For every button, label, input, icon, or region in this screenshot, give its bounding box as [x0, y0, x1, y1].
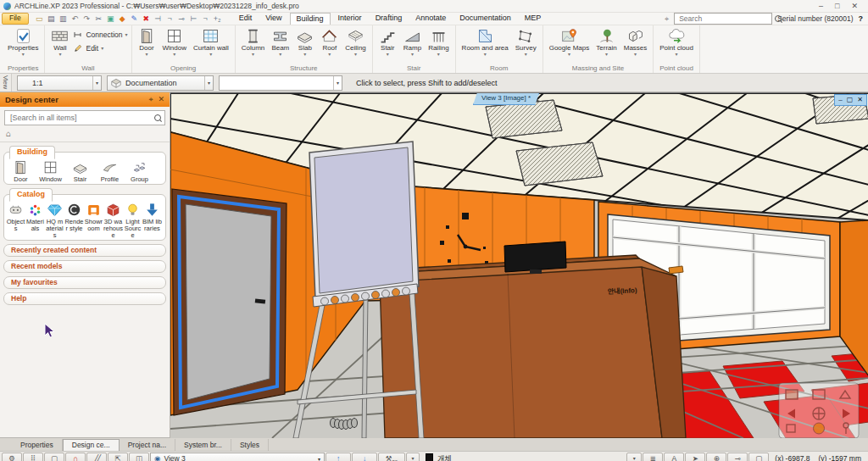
section-recently-created[interactable]: Recently created content	[3, 244, 166, 257]
railing-button[interactable]: Railing▾	[426, 26, 451, 58]
snap-plus-icon[interactable]: +₂	[212, 14, 223, 24]
point-cloud-button[interactable]: Point cloud▾	[657, 26, 696, 58]
section-recent-models[interactable]: Recent models	[3, 260, 166, 273]
segment-icon[interactable]: ⊸	[727, 453, 748, 461]
close-icon[interactable]: ✕	[158, 95, 164, 104]
search-input[interactable]	[677, 14, 775, 24]
stair-button[interactable]: Stair▾	[376, 26, 399, 58]
cursor-select-icon[interactable]: ⇱	[108, 453, 128, 461]
maximize-button[interactable]: □	[835, 2, 839, 10]
masses-button[interactable]: Masses▾	[621, 26, 650, 58]
search-icon[interactable]	[775, 15, 782, 22]
room-and-area-button[interactable]: Room and area▾	[459, 26, 511, 58]
ceiling-button[interactable]: Ceiling▾	[342, 26, 368, 58]
curtain-wall-button[interactable]: Curtain wall▾	[191, 26, 231, 58]
pin-icon[interactable]: ⌖	[665, 14, 669, 24]
snap-perpendicular-icon[interactable]: ⊣	[153, 14, 164, 24]
navigation-widget[interactable]	[779, 383, 859, 438]
help-icon[interactable]: ?	[859, 14, 864, 23]
column-button[interactable]: Column▾	[239, 26, 268, 58]
viewport-canvas[interactable]: 안내(Info)	[170, 93, 868, 438]
beam-button[interactable]: Beam▾	[269, 26, 292, 58]
dc-item-light-source[interactable]: Light Source	[123, 202, 142, 239]
settings-icon[interactable]: ⚙	[2, 453, 22, 461]
brush-icon[interactable]: ◆	[117, 14, 128, 24]
pencil-icon[interactable]: ✎	[129, 14, 140, 24]
design-center-search[interactable]	[4, 110, 165, 125]
magnet-snap-icon[interactable]: ∩	[65, 453, 86, 461]
viewport-close-icon[interactable]: ✕	[857, 95, 863, 105]
tab-building[interactable]: Building	[9, 146, 55, 159]
snap-endpoint-icon[interactable]: ⊢	[188, 14, 199, 24]
survey-button[interactable]: Survey▾	[513, 26, 539, 58]
tab-system-browser[interactable]: System br...	[175, 439, 231, 451]
dropdown-icon[interactable]: ▾	[626, 453, 642, 461]
marquee-select-icon[interactable]: ▢	[44, 453, 64, 461]
dc-item-showroom[interactable]: Showroom	[84, 202, 103, 239]
section-my-favourites[interactable]: My favourites	[3, 276, 166, 289]
cut-icon[interactable]: ✂	[93, 14, 104, 24]
dc-item-window[interactable]: Window	[36, 159, 65, 183]
active-view-combo[interactable]: ◉ View 3 ▾	[150, 453, 325, 461]
ramp-button[interactable]: Ramp▾	[401, 26, 424, 58]
section-box-icon[interactable]: ◫	[129, 453, 149, 461]
dc-item-group[interactable]: Group	[125, 159, 154, 183]
dc-item-profile[interactable]: Profile	[95, 159, 125, 183]
save-icon[interactable]: ▤	[46, 14, 57, 24]
dc-item-objects[interactable]: Objects	[6, 202, 25, 239]
open-folder-icon[interactable]: ▭	[34, 14, 45, 24]
direction-icon[interactable]: A	[664, 453, 684, 461]
slab-button[interactable]: Slab▾	[293, 26, 316, 58]
connection-button[interactable]: Connection▾	[73, 30, 127, 40]
hammer-dropdown-icon[interactable]: ▾	[406, 453, 420, 461]
snap-corner-icon[interactable]: ¬	[164, 14, 175, 24]
compass-icon[interactable]: ➤	[685, 453, 705, 461]
menu-mep[interactable]: MEP	[519, 13, 548, 25]
dc-item-render-style[interactable]: Render style	[64, 202, 84, 239]
menu-view[interactable]: View	[259, 13, 287, 25]
move-down-icon[interactable]: ↓	[352, 453, 377, 461]
scale-combo[interactable]: 1:1▾	[17, 75, 102, 91]
layers-icon[interactable]: ≣	[643, 453, 663, 461]
globe-icon[interactable]: ⊕	[706, 453, 726, 461]
dc-item-3d-warehouse[interactable]: 3D warehouse	[103, 202, 123, 239]
terrain-button[interactable]: Terrain▾	[593, 26, 619, 58]
viewport[interactable]: 안내(Info)	[170, 92, 868, 438]
menu-edit[interactable]: Edit	[233, 13, 259, 25]
tab-properties[interactable]: Properties	[12, 439, 63, 451]
edit-button[interactable]: Edit▾	[73, 43, 127, 53]
menu-drafting[interactable]: Drafting	[370, 13, 409, 25]
viewport-restore-icon[interactable]: ▢	[847, 95, 854, 105]
viewport-minimize-icon[interactable]: –	[838, 95, 842, 105]
tab-project-navigator[interactable]: Project na...	[120, 439, 175, 451]
search-icon[interactable]	[154, 114, 161, 121]
properties-button[interactable]: Properties▾	[5, 26, 41, 58]
window-button[interactable]: Window▾	[160, 26, 189, 58]
dc-item-stair[interactable]: Stair	[65, 159, 95, 183]
redo-icon[interactable]: ↷	[81, 14, 92, 24]
documentation-combo[interactable]: Documentation▾	[107, 75, 214, 91]
selection-frame-icon[interactable]: ▢	[748, 453, 769, 461]
grid-snap-icon[interactable]: ⠿	[23, 453, 43, 461]
viewport-tab[interactable]: View 3 [Image] *	[473, 93, 539, 105]
desk-accessory[interactable]	[669, 266, 683, 274]
dc-item-hq-materials[interactable]: HQ materials	[45, 202, 64, 239]
undo-icon[interactable]: ↶	[70, 14, 81, 24]
home-icon[interactable]: ⌂	[6, 129, 11, 138]
menu-interior[interactable]: Interior	[332, 13, 368, 25]
hammer-tool-icon[interactable]: ⚒30	[378, 453, 405, 461]
close-button[interactable]: ✕	[851, 2, 858, 10]
reception-desk[interactable]	[376, 255, 686, 438]
snap-angle-icon[interactable]: ¬	[200, 14, 211, 24]
print-icon[interactable]: ▥	[58, 14, 69, 24]
tab-design-center[interactable]: Design ce...	[63, 439, 120, 451]
dc-item-materials[interactable]: Materials	[25, 202, 45, 239]
tab-styles[interactable]: Styles	[231, 439, 269, 451]
selection-filter-combo[interactable]: ▾	[219, 75, 342, 91]
view-side-tab[interactable]: View	[0, 74, 12, 92]
dc-item-bim-libraries[interactable]: BIM libraries	[142, 202, 162, 239]
angle-rays-icon[interactable]: ╱╱	[86, 453, 107, 461]
move-up-icon[interactable]: ↑	[326, 453, 351, 461]
section-help[interactable]: Help	[3, 292, 166, 305]
file-menu[interactable]: File	[2, 13, 29, 25]
